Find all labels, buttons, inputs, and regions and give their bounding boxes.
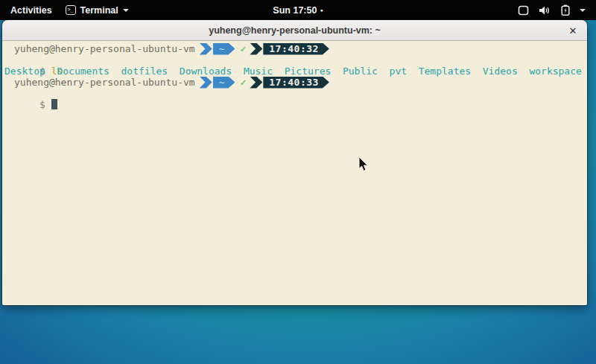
terminal-content[interactable]: yuheng@henry-personal-ubuntu-vm~✓17:40:3…	[2, 41, 587, 305]
text-cursor	[51, 99, 57, 109]
desktop: { "topbar": { "activities_label": "Activ…	[0, 0, 596, 364]
activities-button[interactable]: Activities	[7, 4, 55, 17]
caret-down-icon	[580, 9, 586, 12]
system-status-area[interactable]	[518, 0, 596, 20]
app-menu-button[interactable]: >_ Terminal	[66, 5, 129, 16]
terminal-window: yuheng@henry-personal-ubuntu-vm: ~ ✕ yuh…	[2, 20, 587, 305]
prompt-line: yuheng@henry-personal-ubuntu-vm~✓17:40:3…	[4, 43, 586, 54]
status-check-icon: ✓	[240, 77, 246, 88]
powerline-chevron-icon	[250, 77, 262, 89]
notification-dot-icon: ●	[320, 7, 323, 13]
cwd-badge: ~	[213, 43, 235, 55]
cwd-badge: ~	[213, 77, 235, 89]
app-menu-label: Terminal	[80, 5, 118, 16]
time-badge: 17:40:33	[263, 77, 329, 89]
screen-icon	[518, 5, 529, 16]
prompt-line: yuheng@henry-personal-ubuntu-vm~✓17:40:3…	[4, 77, 586, 88]
ls-output: Desktop Documents dotfiles Downloads Mus…	[4, 66, 586, 77]
chevron-down-icon	[123, 9, 129, 12]
time-badge: 17:40:32	[263, 43, 329, 55]
clock-label: Sun 17:50	[273, 5, 317, 16]
close-button[interactable]: ✕	[565, 20, 581, 41]
terminal-app-icon: >_	[66, 5, 76, 15]
prompt-symbol: $	[39, 99, 45, 110]
window-titlebar[interactable]: yuheng@henry-personal-ubuntu-vm: ~ ✕	[2, 20, 587, 41]
top-bar: Activities >_ Terminal Sun 17:50 ●	[0, 0, 596, 20]
powerline-chevron-icon	[200, 43, 212, 55]
status-check-icon: ✓	[240, 43, 246, 54]
powerline-chevron-icon	[200, 77, 212, 89]
mouse-pointer-icon	[358, 156, 369, 172]
window-title: yuheng@henry-personal-ubuntu-vm: ~	[209, 25, 381, 36]
command-line: $ls	[4, 54, 586, 66]
prompt-user: yuheng@henry-personal-ubuntu-vm	[14, 77, 195, 88]
powerline-chevron-icon	[250, 43, 262, 55]
battery-charging-icon	[561, 4, 570, 16]
input-line[interactable]: $	[4, 88, 586, 99]
volume-icon	[539, 5, 551, 16]
prompt-user: yuheng@henry-personal-ubuntu-vm	[14, 43, 195, 54]
